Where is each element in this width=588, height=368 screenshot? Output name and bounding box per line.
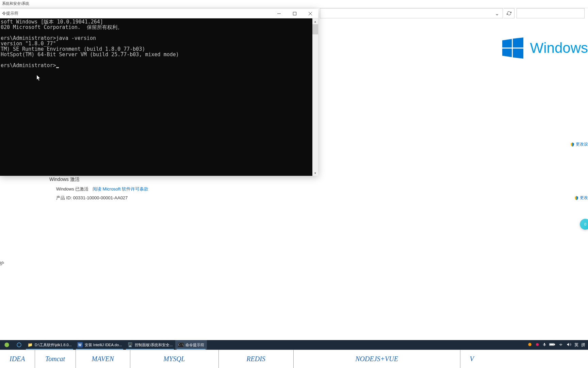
- folder-icon: 📁: [27, 342, 33, 348]
- volume-icon[interactable]: [566, 342, 572, 348]
- system-tray: 英 拼: [527, 342, 588, 348]
- microphone-icon[interactable]: [542, 342, 546, 348]
- activation-heading: Windows 激活: [49, 177, 148, 183]
- cmd-body[interactable]: soft Windows [版本 10.0.19041.264] 020 Mic…: [0, 18, 318, 176]
- svg-marker-3: [513, 48, 523, 59]
- close-button[interactable]: [303, 9, 318, 18]
- taskbar-app-explorer[interactable]: 📁 D:\工具软件\jdk1.8.0...: [24, 340, 75, 350]
- svg-point-8: [4, 342, 9, 347]
- cmd-titlebar[interactable]: 令提示符: [0, 9, 318, 18]
- cmd-output: soft Windows [版本 10.0.19041.264] 020 Mic…: [0, 18, 312, 176]
- svg-rect-15: [550, 344, 554, 345]
- bottom-tab-bar: IDEA Tomcat MAVEN MYSQL REDIS NODEJS+VUE…: [0, 350, 588, 368]
- svg-rect-14: [554, 344, 555, 345]
- svg-marker-16: [567, 343, 569, 346]
- svg-point-11: [536, 343, 539, 346]
- maximize-button[interactable]: [287, 9, 303, 18]
- shield-icon: [574, 196, 579, 200]
- windows-activation-section: Windows 激活 Windows 已激活 阅读 Microsoft 软件许可…: [49, 177, 148, 201]
- activation-status: Windows 已激活 阅读 Microsoft 软件许可条款: [56, 186, 148, 192]
- address-bar[interactable]: ⌄: [320, 8, 503, 18]
- windows-taskbar: 📁 D:\工具软件\jdk1.8.0... W 安装 IntelliJ IDEA…: [0, 340, 588, 350]
- explorer-titlebar: 系统和安全\系统: [0, 0, 588, 8]
- shield-icon: [570, 142, 575, 147]
- svg-point-10: [528, 343, 531, 346]
- bottom-tab-maven[interactable]: MAVEN: [76, 350, 130, 368]
- word-icon: W: [77, 342, 83, 348]
- wifi-icon[interactable]: [558, 342, 564, 348]
- svg-marker-1: [513, 37, 523, 48]
- command-prompt-window: 令提示符 soft Windows [版本 10.0.19041.264] 02…: [0, 9, 318, 176]
- taskbar-app-word[interactable]: W 安装 IntelliJ IDEA.do...: [75, 340, 125, 350]
- address-dropdown-icon[interactable]: ⌄: [491, 10, 503, 17]
- product-id: 产品 ID: 00331-10000-00001-AA027: [56, 195, 148, 201]
- taskbar-item-label: D:\工具软件\jdk1.8.0...: [35, 342, 72, 348]
- battery-icon[interactable]: [549, 342, 555, 348]
- search-input[interactable]: [517, 8, 585, 18]
- protection-label: 护: [0, 261, 4, 266]
- windows-brand-text: Windows: [530, 40, 588, 56]
- bottom-tab-idea[interactable]: IDEA: [0, 350, 35, 368]
- svg-rect-12: [544, 343, 545, 345]
- windows-brand-area: Windows: [502, 37, 588, 59]
- cmd-icon: C:\: [178, 343, 183, 347]
- svg-point-9: [17, 343, 21, 347]
- bottom-tab-tomcat[interactable]: Tomcat: [35, 350, 76, 368]
- bottom-tab-v[interactable]: V: [460, 350, 484, 368]
- ime-language[interactable]: 英: [574, 342, 578, 348]
- tray-icon[interactable]: [527, 342, 532, 348]
- svg-rect-5: [293, 12, 296, 15]
- taskbar-app-cmd[interactable]: C:\ 命令提示符: [175, 340, 207, 350]
- minimize-button[interactable]: [271, 9, 287, 18]
- change-settings-link-2[interactable]: 更改: [574, 195, 588, 201]
- ime-mode[interactable]: 拼: [581, 342, 585, 348]
- taskbar-item-label: 命令提示符: [185, 342, 204, 348]
- change-settings-link[interactable]: 更改设: [570, 141, 588, 147]
- bottom-tab-nodejs-vue[interactable]: NODEJS+VUE: [294, 350, 460, 368]
- cmd-title: 令提示符: [0, 11, 271, 16]
- start-button[interactable]: [0, 340, 14, 350]
- scroll-up-button[interactable]: ▴: [312, 18, 318, 24]
- cortana-icon: [16, 342, 22, 348]
- control-panel-icon: 🖥️: [127, 342, 133, 348]
- scroll-down-button[interactable]: ▾: [312, 170, 318, 176]
- license-terms-link[interactable]: 阅读 Microsoft 软件许可条款: [93, 186, 148, 191]
- bottom-tab-redis[interactable]: REDIS: [219, 350, 294, 368]
- windows-logo-icon: [502, 37, 523, 59]
- taskbar-item-label: 安装 IntelliJ IDEA.do...: [85, 342, 122, 348]
- bottom-tab-mysql[interactable]: MYSQL: [130, 350, 219, 368]
- taskbar-app-control-panel[interactable]: 🖥️ 控制面板\系统和安全...: [125, 340, 175, 350]
- refresh-button[interactable]: [504, 8, 514, 18]
- taskbar-app-cortana[interactable]: [14, 340, 24, 350]
- tray-icon[interactable]: [535, 342, 540, 348]
- notification-badge[interactable]: 0: [580, 219, 588, 230]
- svg-marker-2: [502, 48, 512, 57]
- taskbar-item-label: 控制面板\系统和安全...: [135, 342, 173, 348]
- cmd-scrollbar[interactable]: ▴ ▾: [312, 18, 318, 176]
- svg-marker-0: [502, 39, 512, 47]
- scrollbar-thumb[interactable]: [312, 24, 318, 34]
